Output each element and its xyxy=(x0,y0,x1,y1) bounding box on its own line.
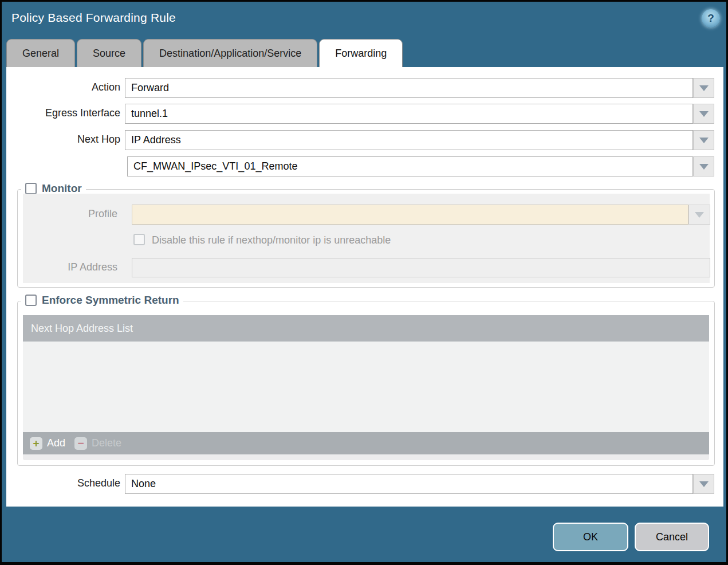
tab-bar: General Source Destination/Application/S… xyxy=(6,39,404,68)
cancel-button[interactable]: Cancel xyxy=(635,523,709,551)
profile-label: Profile xyxy=(23,208,117,220)
ok-button[interactable]: OK xyxy=(553,523,628,551)
disable-rule-label: Disable this rule if nexthop/monitor ip … xyxy=(152,234,391,246)
monitor-ip-address-input xyxy=(132,258,710,277)
chevron-down-icon xyxy=(699,111,709,117)
action-dropdown-button[interactable] xyxy=(693,78,714,98)
next-hop-label: Next Hop xyxy=(6,134,120,146)
action-label: Action xyxy=(6,81,120,93)
next-hop-address-select[interactable]: CF_MWAN_IPsec_VTI_01_Remote xyxy=(127,156,693,176)
pbf-rule-dialog: Policy Based Forwarding Rule ? General S… xyxy=(0,0,728,565)
profile-select xyxy=(132,205,688,225)
minus-icon: − xyxy=(74,437,87,450)
monitor-legend: Monitor xyxy=(21,182,86,195)
next-hop-address-list-header: Next Hop Address List xyxy=(23,315,709,342)
delete-button-label: Delete xyxy=(92,437,121,449)
delete-button: − Delete xyxy=(74,432,121,454)
help-icon[interactable]: ? xyxy=(702,9,720,28)
schedule-select[interactable]: None xyxy=(125,474,693,494)
egress-interface-label: Egress Interface xyxy=(6,107,120,119)
chevron-down-icon xyxy=(699,85,709,91)
next-hop-address-list-body[interactable] xyxy=(23,342,709,432)
add-button[interactable]: + Add xyxy=(30,432,65,454)
monitor-checkbox[interactable] xyxy=(25,183,37,194)
next-hop-dropdown-button[interactable] xyxy=(693,130,714,150)
schedule-dropdown-button[interactable] xyxy=(693,474,714,494)
monitor-ip-address-label: IP Address xyxy=(23,261,117,273)
egress-interface-select[interactable]: tunnel.1 xyxy=(125,104,693,124)
plus-icon: + xyxy=(30,437,42,450)
dialog-title: Policy Based Forwarding Rule xyxy=(11,11,176,25)
add-button-label: Add xyxy=(47,437,65,449)
monitor-group-title: Monitor xyxy=(42,182,82,195)
symmetric-return-checkbox[interactable] xyxy=(25,295,37,306)
next-hop-address-list-toolbar: + Add − Delete xyxy=(23,432,709,454)
chevron-down-icon xyxy=(699,481,709,487)
next-hop-address-table: Next Hop Address List + Add − Delete xyxy=(23,315,709,460)
symmetric-return-legend: Enforce Symmetric Return xyxy=(21,294,183,307)
tab-forwarding[interactable]: Forwarding xyxy=(319,39,403,68)
tab-source[interactable]: Source xyxy=(77,39,141,67)
next-hop-address-dropdown-button[interactable] xyxy=(693,156,714,176)
tab-destination-application-service[interactable]: Destination/Application/Service xyxy=(143,39,317,67)
tab-general[interactable]: General xyxy=(6,39,75,67)
monitor-group: Monitor Profile Disable this rule if nex… xyxy=(17,189,715,288)
chevron-down-icon xyxy=(699,164,709,170)
chevron-down-icon xyxy=(699,138,709,143)
forwarding-tab-panel: Action Forward Egress Interface tunnel.1… xyxy=(6,67,723,507)
monitor-panel: Profile Disable this rule if nexthop/mon… xyxy=(23,194,710,283)
next-hop-select[interactable]: IP Address xyxy=(125,130,693,150)
chevron-down-icon xyxy=(695,212,704,218)
table-bottom-strip xyxy=(23,454,709,460)
profile-dropdown-button xyxy=(688,205,710,225)
symmetric-return-group-title: Enforce Symmetric Return xyxy=(42,294,179,307)
disable-rule-checkbox xyxy=(133,234,145,245)
schedule-label: Schedule xyxy=(6,477,120,489)
action-select[interactable]: Forward xyxy=(125,78,693,98)
egress-interface-dropdown-button[interactable] xyxy=(693,104,714,124)
